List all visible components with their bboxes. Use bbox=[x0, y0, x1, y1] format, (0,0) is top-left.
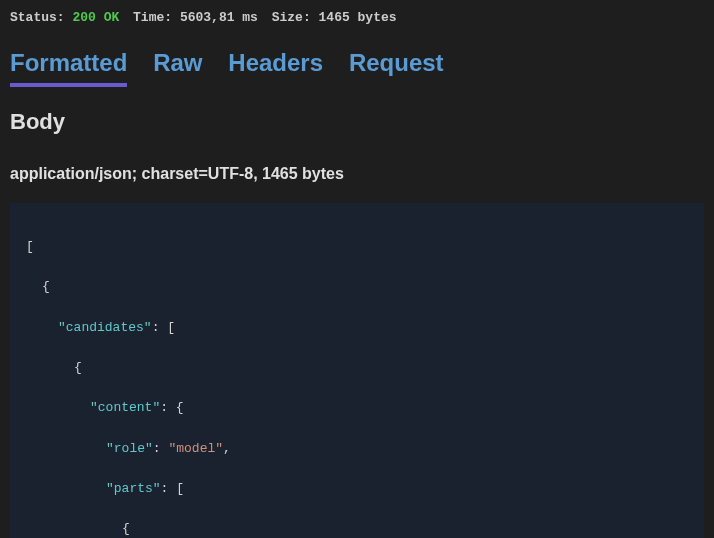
json-key: "candidates" bbox=[58, 320, 152, 335]
size-value: 1465 bytes bbox=[319, 10, 397, 25]
json-body-panel[interactable]: [ { "candidates": [ { "content": { "role… bbox=[10, 203, 704, 538]
json-value: "model" bbox=[168, 441, 223, 456]
content-type-line: application/json; charset=UTF-8, 1465 by… bbox=[0, 141, 714, 193]
time-value: 5603,81 ms bbox=[180, 10, 258, 25]
size-label: Size: bbox=[272, 10, 311, 25]
tab-request[interactable]: Request bbox=[349, 49, 444, 83]
body-heading: Body bbox=[0, 91, 714, 141]
status-label: Status: bbox=[10, 10, 65, 25]
response-tabs: Formatted Raw Headers Request bbox=[0, 31, 714, 91]
status-bar: Status: 200 OK Time: 5603,81 ms Size: 14… bbox=[0, 0, 714, 31]
tab-formatted[interactable]: Formatted bbox=[10, 49, 127, 87]
tab-raw[interactable]: Raw bbox=[153, 49, 202, 83]
time-label: Time: bbox=[133, 10, 172, 25]
json-key: "role" bbox=[106, 441, 153, 456]
tab-headers[interactable]: Headers bbox=[228, 49, 323, 83]
json-key: "content" bbox=[90, 400, 160, 415]
json-key: "parts" bbox=[106, 481, 161, 496]
status-value: 200 OK bbox=[72, 10, 119, 25]
